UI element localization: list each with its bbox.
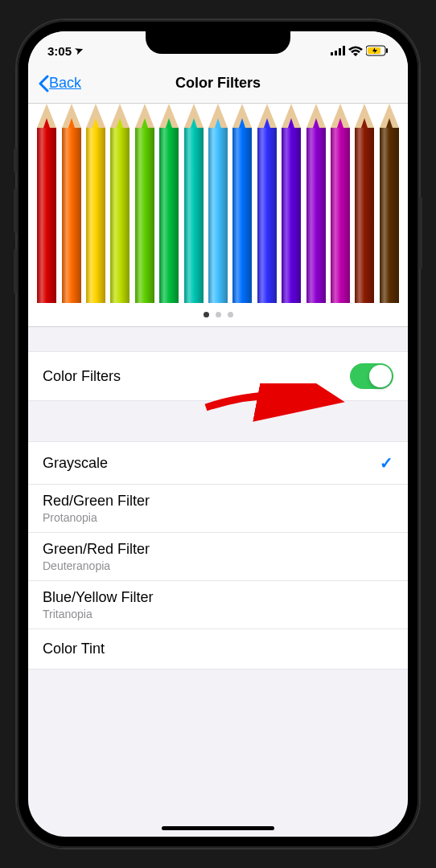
filter-label: Red/Green Filter	[43, 493, 150, 510]
nav-bar: Back Color Filters	[28, 63, 408, 104]
svg-rect-3	[343, 46, 345, 55]
filter-option[interactable]: Red/Green FilterProtanopia	[28, 485, 408, 533]
back-label: Back	[49, 75, 81, 92]
page-dot[interactable]	[204, 312, 209, 317]
page-indicator[interactable]	[28, 303, 408, 327]
filter-label: Blue/Yellow Filter	[43, 589, 153, 606]
location-icon: ➤	[73, 44, 84, 58]
pencil	[329, 104, 352, 303]
svg-rect-2	[339, 48, 341, 55]
pencil	[231, 104, 253, 303]
pencil	[109, 104, 131, 303]
filter-subtitle: Protanopia	[43, 511, 97, 524]
checkmark-icon: ✓	[380, 453, 393, 473]
power-button[interactable]	[419, 197, 422, 269]
color-filters-toggle[interactable]	[350, 363, 393, 389]
home-indicator[interactable]	[162, 826, 274, 830]
svg-rect-0	[331, 52, 333, 55]
toggle-knob	[369, 365, 392, 387]
section-spacer	[28, 401, 408, 441]
pencil	[35, 104, 58, 303]
filter-label: Green/Red Filter	[43, 541, 150, 558]
status-left: 3:05 ➤	[47, 44, 83, 58]
volume-up-button[interactable]	[14, 189, 17, 233]
cellular-icon	[331, 46, 345, 55]
status-right	[331, 45, 389, 56]
pencil	[353, 104, 376, 303]
side-buttons-right	[419, 197, 422, 269]
back-button[interactable]: Back	[38, 75, 81, 92]
battery-icon	[366, 45, 389, 56]
filter-label: Color Tint	[43, 641, 105, 657]
filter-options-list: Grayscale✓Red/Green FilterProtanopiaGree…	[28, 441, 408, 669]
pencil	[378, 104, 401, 303]
filter-option[interactable]: Blue/Yellow FilterTritanopia	[28, 581, 408, 629]
filter-option[interactable]: Green/Red FilterDeuteranopia	[28, 533, 408, 581]
page-dot[interactable]	[228, 312, 233, 317]
status-time: 3:05	[47, 44, 72, 58]
pencil	[256, 104, 278, 303]
toggle-label: Color Filters	[43, 368, 121, 385]
page-title: Color Filters	[175, 75, 261, 92]
svg-rect-6	[386, 48, 388, 53]
pencil	[158, 104, 180, 303]
phone-frame: 3:05 ➤ Back Color Filters Color Filters	[17, 20, 419, 848]
pencil	[134, 104, 156, 303]
side-buttons-left	[14, 149, 17, 309]
filter-label: Grayscale	[43, 455, 108, 472]
filter-option[interactable]: Color Tint	[28, 629, 408, 669]
pencil	[207, 104, 229, 303]
color-filters-toggle-row[interactable]: Color Filters	[28, 351, 408, 401]
pencil	[182, 104, 204, 303]
mute-switch[interactable]	[14, 149, 17, 173]
page-dot[interactable]	[216, 312, 221, 317]
wifi-icon	[348, 46, 363, 56]
filter-subtitle: Tritanopia	[43, 608, 93, 620]
pencil	[60, 104, 82, 303]
filter-subtitle: Deuteranopia	[43, 559, 110, 572]
pencil	[304, 104, 327, 303]
pencils-preview[interactable]	[28, 104, 408, 303]
svg-rect-1	[335, 51, 337, 55]
section-spacer	[28, 327, 408, 351]
volume-down-button[interactable]	[14, 249, 17, 293]
phone-screen: 3:05 ➤ Back Color Filters Color Filters	[28, 31, 408, 837]
notch	[146, 31, 290, 54]
filter-option[interactable]: Grayscale✓	[28, 442, 408, 485]
pencil	[84, 104, 107, 303]
pencil	[280, 104, 302, 303]
chevron-left-icon	[38, 75, 49, 92]
